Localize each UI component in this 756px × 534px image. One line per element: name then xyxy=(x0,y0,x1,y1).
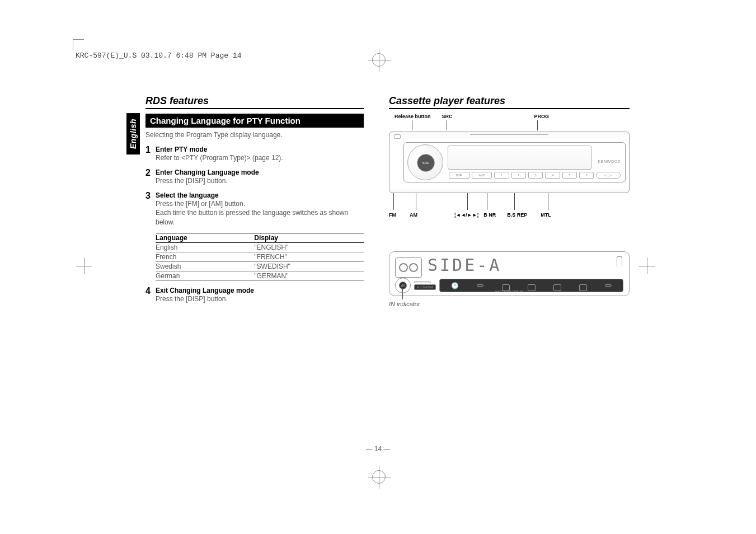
aud-button-icon: AUD xyxy=(472,172,492,179)
step-4: 4 Exit Changing Language mode Press the … xyxy=(145,287,364,304)
ext-media-label: Ext MEDIA xyxy=(414,284,436,290)
step-title: Enter PTY mode xyxy=(156,146,364,153)
disp-cell: "ENGLISH" xyxy=(220,242,364,252)
brand-label: KENWOOD xyxy=(598,160,621,163)
bottom-callout-labels: FM AM ¦◄◄/►►¦ B NR B.S REP MTL xyxy=(389,212,630,218)
step-number: 1 xyxy=(145,146,156,163)
step-title: Enter Changing Language mode xyxy=(156,168,364,176)
table-row: French "FRENCH" xyxy=(156,252,364,261)
label-fm: FM xyxy=(389,212,396,218)
lang-cell: Swedish xyxy=(156,261,220,271)
clock-icon: 🕐 xyxy=(451,282,459,289)
step-number: 3 xyxy=(145,191,156,227)
step-number: 4 xyxy=(145,287,156,304)
disp-cell: "GERMAN" xyxy=(220,271,364,280)
intro-text: Selecting the Program Type display langu… xyxy=(145,131,364,139)
right-column: Cassette player features Release button … xyxy=(389,95,630,310)
table-row: English "ENGLISH" xyxy=(156,242,364,252)
table-row: Swedish "SWEDISH" xyxy=(156,261,364,271)
registration-mark xyxy=(76,257,98,280)
button-row: DISP AUD 1 2 3 4 5 6 ◁ ▯ ▷ xyxy=(449,171,621,180)
preset-2-icon: 2 xyxy=(511,172,526,179)
top-callout-labels: Release button SRC PROG xyxy=(389,114,630,119)
registration-mark xyxy=(372,53,386,67)
disp-button-icon: DISP xyxy=(449,172,469,179)
section-heading-rds: RDS features xyxy=(145,95,364,109)
preset-3-icon: 3 xyxy=(528,172,543,179)
label-release-button: Release button xyxy=(395,114,431,119)
crop-mark xyxy=(73,39,84,50)
volume-knob-icon: SRC xyxy=(407,144,443,180)
label-am: AM xyxy=(410,212,417,218)
src-button-icon: SRC xyxy=(417,154,435,172)
eject-button-icon: ◁ ▯ ▷ xyxy=(596,172,621,179)
receiver-illustration: FM AM SRC KENWOOD DISP AUD 1 2 3 4 5 6 xyxy=(389,132,630,193)
preset-1-icon: 1 xyxy=(494,172,509,179)
disp-cell: "FRENCH" xyxy=(220,252,364,261)
page-number: — 14 — xyxy=(365,445,390,453)
callout-lines xyxy=(389,120,630,132)
table-header-display: Display xyxy=(220,233,364,242)
step-desc: Refer to <PTY (Program Type)> (page 12). xyxy=(156,153,364,163)
in-indicator-icon: IN xyxy=(399,282,407,289)
label-prog: PROG xyxy=(534,114,550,119)
bottom-callout-lines xyxy=(389,193,630,210)
lcd-caption: IN indicator xyxy=(389,301,630,307)
language-table: Language Display English "ENGLISH" Frenc… xyxy=(156,233,364,281)
registration-mark xyxy=(372,470,386,484)
display-screen-icon xyxy=(448,146,591,170)
cassette-slot-icon xyxy=(470,132,548,135)
lang-cell: German xyxy=(156,271,220,280)
lang-cell: French xyxy=(156,252,220,261)
preset-6-icon: 6 xyxy=(579,172,594,179)
step-title: Select the language xyxy=(156,191,364,199)
multi-mode-display-icon: 🕐 MULTI MODE DISPLAY xyxy=(439,279,623,292)
table-header-language: Language xyxy=(156,233,220,242)
left-column: RDS features Changing Language for PTY F… xyxy=(104,95,367,310)
lang-cell: English xyxy=(156,242,220,252)
release-button-icon xyxy=(394,134,401,139)
label-bsrep: B.S REP xyxy=(507,212,527,218)
label-bnr: B NR xyxy=(483,212,496,218)
preset-4-icon: 4 xyxy=(545,172,560,179)
step-desc: Press the [FM] or [AM] button. Each time… xyxy=(156,199,364,227)
section-heading-cassette: Cassette player features xyxy=(389,95,630,109)
knob-icon: IN xyxy=(395,278,411,293)
lcd-display-illustration: SIDE-A IN Ext MEDIA 🕐 xyxy=(389,251,630,296)
step-desc: Press the [DISP] button. xyxy=(156,176,364,186)
print-header: KRC-597(E)_U.S 03.10.7 6:48 PM Page 14 xyxy=(76,51,241,60)
corner-bracket-icon xyxy=(617,256,622,266)
label-mtl: MTL xyxy=(541,212,551,218)
step-title: Exit Changing Language mode xyxy=(156,287,364,294)
step-number: 2 xyxy=(145,168,156,186)
label-src: SRC xyxy=(442,114,453,119)
subsection-title: Changing Language for PTY Function xyxy=(145,114,364,128)
preset-5-icon: 5 xyxy=(562,172,577,179)
disp-cell: "SWEDISH" xyxy=(220,261,364,271)
cassette-icon xyxy=(395,257,422,278)
lcd-text: SIDE-A xyxy=(428,255,501,275)
step-2: 2 Enter Changing Language mode Press the… xyxy=(145,168,364,186)
table-row: German "GERMAN" xyxy=(156,271,364,280)
registration-mark xyxy=(633,257,655,280)
label-skip: ¦◄◄/►►¦ xyxy=(454,212,478,218)
step-3: 3 Select the language Press the [FM] or … xyxy=(145,191,364,227)
step-desc: Press the [DISP] button. xyxy=(156,294,364,304)
step-1: 1 Enter PTY mode Refer to <PTY (Program … xyxy=(145,146,364,163)
